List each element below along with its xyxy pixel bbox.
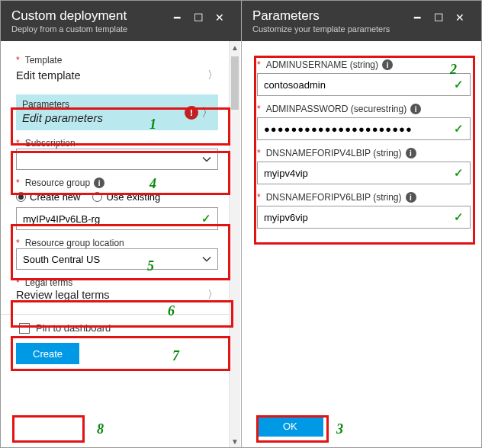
adminpassword-label: ADMINPASSWORD (securestring) i bbox=[257, 104, 471, 114]
chevron-right-icon: 〉 bbox=[207, 69, 218, 82]
scroll-up-icon[interactable]: ▲ bbox=[230, 41, 240, 53]
minimize-icon[interactable]: ━ bbox=[166, 8, 188, 27]
rg-name-value: myIPv4IPv6LB-rg bbox=[23, 213, 100, 225]
info-icon[interactable]: i bbox=[382, 59, 393, 70]
close-icon[interactable]: ✕ bbox=[449, 8, 471, 27]
parameters-label: Parameters bbox=[22, 99, 212, 110]
custom-deployment-pane: Custom deployment Deploy from a custom t… bbox=[1, 1, 242, 447]
check-icon: ✓ bbox=[201, 212, 211, 226]
dnsipv6-input[interactable]: myipv6vip ✓ bbox=[257, 206, 471, 229]
edit-parameters-row[interactable]: Parameters Edit parameters ! 〉 bbox=[16, 94, 218, 130]
subscription-select[interactable] bbox=[16, 149, 218, 170]
review-legal-terms-row[interactable]: Review legal terms 〉 bbox=[16, 288, 218, 306]
template-label: Template bbox=[16, 55, 218, 66]
azure-two-pane-layout: Custom deployment Deploy from a custom t… bbox=[0, 0, 482, 448]
pin-to-dashboard-checkbox[interactable]: Pin to dashboard bbox=[19, 322, 218, 334]
radio-on-icon bbox=[16, 192, 26, 202]
legal-terms-label: Legal terms bbox=[16, 277, 218, 288]
chevron-right-icon: 〉 bbox=[201, 104, 214, 120]
pane-header: Custom deployment Deploy from a custom t… bbox=[1, 1, 241, 41]
radio-off-icon bbox=[92, 192, 102, 202]
alert-icon: ! bbox=[185, 106, 198, 120]
check-icon: ✓ bbox=[454, 78, 464, 91]
divider bbox=[1, 314, 229, 315]
left-body: Template Edit template 〉 Parameters Edit… bbox=[1, 41, 229, 447]
right-body: ADMINUSERNAME (string) i contosoadmin ✓ … bbox=[242, 41, 481, 447]
info-icon[interactable]: i bbox=[410, 104, 421, 114]
rg-radio-group: Create new Use existing bbox=[16, 188, 218, 207]
rg-create-new-radio[interactable]: Create new bbox=[16, 191, 80, 203]
close-icon[interactable]: ✕ bbox=[209, 8, 230, 27]
chevron-down-icon bbox=[202, 154, 211, 165]
info-icon[interactable]: i bbox=[406, 192, 416, 203]
subscription-label: Subscription bbox=[16, 138, 218, 149]
checkbox-box-icon bbox=[19, 323, 30, 334]
pane-title: Custom deployment bbox=[11, 8, 166, 24]
maximize-icon[interactable]: ☐ bbox=[428, 8, 449, 27]
edit-template-row[interactable]: Edit template 〉 bbox=[16, 66, 218, 87]
legal-terms-value: Review legal terms bbox=[16, 289, 110, 301]
maximize-icon[interactable]: ☐ bbox=[188, 8, 209, 27]
scroll-down-icon[interactable]: ▼ bbox=[230, 435, 240, 447]
rg-location-select[interactable]: South Central US bbox=[16, 248, 218, 270]
dnsipv4-input[interactable]: myipv4vip ✓ bbox=[257, 162, 471, 184]
pane-title: Parameters bbox=[252, 8, 406, 24]
pane-subtitle: Customize your template parameters bbox=[252, 24, 406, 34]
create-button[interactable]: Create bbox=[16, 343, 79, 364]
adminusername-label: ADMINUSERNAME (string) i bbox=[257, 59, 471, 70]
scrollbar[interactable]: ▲ ▼ bbox=[229, 41, 240, 447]
adminusername-input[interactable]: contosoadmin ✓ bbox=[257, 73, 471, 96]
rg-location-label: Resource group location bbox=[16, 238, 218, 248]
ok-button[interactable]: OK bbox=[257, 415, 323, 437]
rg-use-existing-radio[interactable]: Use existing bbox=[92, 191, 160, 203]
rg-name-input[interactable]: myIPv4IPv6LB-rg ✓ bbox=[16, 207, 218, 230]
dnsipv6-label: DNSNAMEFORIPV6LBIP (string) i bbox=[257, 192, 471, 203]
check-icon: ✓ bbox=[454, 166, 464, 180]
chevron-down-icon bbox=[202, 254, 211, 265]
chevron-right-icon: 〉 bbox=[207, 288, 218, 302]
edit-template-text: Edit template bbox=[16, 69, 81, 82]
minimize-icon[interactable]: ━ bbox=[406, 8, 428, 27]
scroll-thumb[interactable] bbox=[231, 56, 239, 110]
pane-header: Parameters Customize your template param… bbox=[242, 1, 481, 41]
dnsipv4-label: DNSNAMEFORIPV4LBIP (string) i bbox=[257, 148, 471, 158]
parameters-pane: Parameters Customize your template param… bbox=[242, 1, 481, 447]
info-icon[interactable]: i bbox=[406, 148, 416, 158]
info-icon[interactable]: i bbox=[94, 178, 104, 188]
adminpassword-input[interactable]: ●●●●●●●●●●●●●●●●●●●●●● ✓ bbox=[257, 117, 471, 140]
parameters-value: Edit parameters bbox=[22, 111, 212, 124]
pane-subtitle: Deploy from a custom template bbox=[11, 24, 166, 34]
check-icon: ✓ bbox=[454, 122, 464, 136]
rg-location-value: South Central US bbox=[23, 254, 100, 265]
check-icon: ✓ bbox=[454, 210, 464, 224]
resource-group-label: Resource group i bbox=[16, 178, 218, 188]
